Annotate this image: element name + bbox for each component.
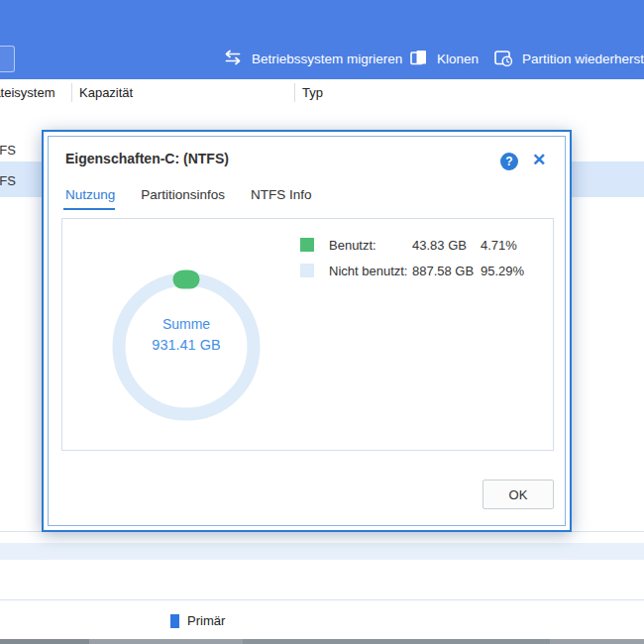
used-label: Benutzt: <box>329 238 412 253</box>
app-window: Betriebssystem migrieren Klonen Partitio… <box>0 0 644 644</box>
column-header-type[interactable]: Typ <box>302 85 323 100</box>
partition-type-legend: Primär <box>170 613 225 628</box>
column-separator <box>294 83 295 102</box>
ok-button[interactable]: OK <box>483 480 554 509</box>
clone-icon <box>408 48 428 70</box>
restore-partition-icon <box>492 48 513 70</box>
usage-legend: Benutzt: 43.83 GB 4.71% Nicht benutzt: 8… <box>300 232 524 283</box>
partition-row-filesystem-selected[interactable]: NTFS <box>0 173 16 188</box>
disk-header-band <box>0 543 644 560</box>
clone-label: Klonen <box>437 52 479 66</box>
restore-partition-label: Partition wiederherstellen <box>522 52 644 66</box>
disk-bar-edge <box>0 639 644 644</box>
unused-percent: 95.29% <box>481 264 524 278</box>
migrate-os-label: Betriebssystem migrieren <box>252 52 402 66</box>
primary-partition-swatch <box>170 614 179 628</box>
top-toolbar: Betriebssystem migrieren Klonen Partitio… <box>0 0 644 79</box>
partial-toolbar-button[interactable] <box>0 46 15 72</box>
legend-row-unused: Nicht benutzt: 887.58 GB 95.29% <box>300 258 524 283</box>
restore-partition-button[interactable]: Partition wiederherstellen <box>492 45 644 72</box>
tab-nutzung[interactable]: Nutzung <box>65 187 115 202</box>
unused-swatch <box>300 264 314 277</box>
unused-value: 887.58 GB <box>412 264 481 278</box>
usage-panel: Summe 931.41 GB Benutzt: 43.83 GB 4.71% … <box>61 218 554 451</box>
donut-total-label: Summe <box>102 314 270 334</box>
tab-ntfs-info[interactable]: NTFS Info <box>251 187 312 202</box>
dialog-title: Eigenschaften-C: (NTFS) <box>65 151 229 166</box>
used-value: 43.83 GB <box>412 238 481 253</box>
migrate-os-icon <box>223 48 243 70</box>
column-header-filesystem[interactable]: Dateisystem <box>0 85 55 100</box>
column-header-capacity[interactable]: Kapazität <box>79 85 133 100</box>
used-percent: 4.71% <box>481 238 517 253</box>
active-tab-underline <box>63 208 115 210</box>
column-separator <box>71 83 72 102</box>
partition-row-filesystem[interactable]: NTFS <box>0 143 16 158</box>
used-swatch <box>300 238 314 252</box>
properties-dialog: Eigenschaften-C: (NTFS) ? ✕ Nutzung Part… <box>42 130 572 532</box>
migrate-os-button[interactable]: Betriebssystem migrieren <box>223 45 402 72</box>
tab-partitionsinfos[interactable]: Partitionsinfos <box>141 187 225 202</box>
close-icon[interactable]: ✕ <box>529 150 549 169</box>
dialog-tabs: Nutzung Partitionsinfos NTFS Info <box>65 187 312 202</box>
donut-center-text: Summe 931.41 GB <box>102 314 270 356</box>
divider-line <box>0 599 644 600</box>
donut-total-value: 931.41 GB <box>102 334 270 356</box>
legend-row-used: Benutzt: 43.83 GB 4.71% <box>300 232 524 258</box>
help-icon[interactable]: ? <box>500 153 518 170</box>
clone-button[interactable]: Klonen <box>408 45 479 72</box>
unused-label: Nicht benutzt: <box>329 264 412 278</box>
primary-partition-label: Primär <box>187 613 225 628</box>
